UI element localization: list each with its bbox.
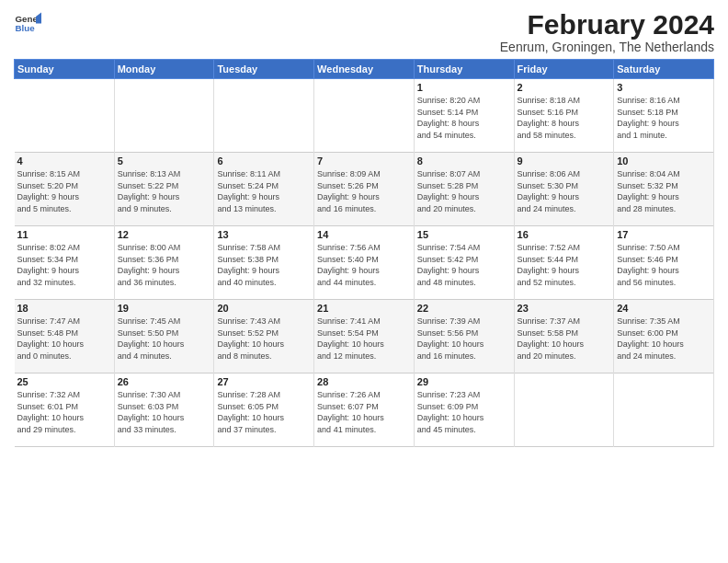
calendar-week-0: 1Sunrise: 8:20 AM Sunset: 5:14 PM Daylig…: [15, 79, 714, 153]
weekday-tuesday: Tuesday: [214, 60, 314, 79]
calendar-cell: [114, 79, 214, 153]
weekday-saturday: Saturday: [614, 60, 714, 79]
day-number: 4: [17, 155, 111, 167]
month-year: February 2024: [500, 9, 714, 40]
calendar-cell: 13Sunrise: 7:58 AM Sunset: 5:38 PM Dayli…: [214, 226, 314, 300]
day-number: 27: [217, 376, 311, 387]
location: Eenrum, Groningen, The Netherlands: [500, 40, 714, 54]
day-info: Sunrise: 7:23 AM Sunset: 6:09 PM Dayligh…: [417, 389, 511, 435]
day-number: 19: [118, 303, 211, 314]
day-number: 12: [118, 229, 211, 240]
day-info: Sunrise: 8:09 AM Sunset: 5:26 PM Dayligh…: [317, 168, 411, 214]
day-info: Sunrise: 8:06 AM Sunset: 5:30 PM Dayligh…: [518, 168, 611, 214]
day-number: 23: [518, 303, 611, 314]
day-number: 17: [617, 229, 711, 240]
calendar-cell: 27Sunrise: 7:28 AM Sunset: 6:05 PM Dayli…: [214, 373, 314, 447]
day-info: Sunrise: 7:39 AM Sunset: 5:56 PM Dayligh…: [417, 316, 511, 362]
weekday-wednesday: Wednesday: [314, 60, 415, 79]
calendar-cell: 20Sunrise: 7:43 AM Sunset: 5:52 PM Dayli…: [214, 300, 314, 373]
calendar-cell: 22Sunrise: 7:39 AM Sunset: 5:56 PM Dayli…: [414, 300, 514, 373]
calendar-table: Sunday Monday Tuesday Wednesday Thursday…: [14, 59, 714, 447]
calendar-cell: 2Sunrise: 8:18 AM Sunset: 5:16 PM Daylig…: [514, 79, 614, 153]
calendar-body: 1Sunrise: 8:20 AM Sunset: 5:14 PM Daylig…: [15, 79, 714, 447]
calendar-cell: [15, 79, 115, 153]
calendar-cell: 11Sunrise: 8:02 AM Sunset: 5:34 PM Dayli…: [15, 226, 115, 300]
day-info: Sunrise: 7:41 AM Sunset: 5:54 PM Dayligh…: [317, 316, 411, 362]
calendar-cell: 14Sunrise: 7:56 AM Sunset: 5:40 PM Dayli…: [314, 226, 415, 300]
calendar-cell: 12Sunrise: 8:00 AM Sunset: 5:36 PM Dayli…: [114, 226, 214, 300]
calendar-cell: 6Sunrise: 8:11 AM Sunset: 5:24 PM Daylig…: [214, 153, 314, 226]
header: General Blue February 2024 Eenrum, Groni…: [14, 9, 714, 54]
day-info: Sunrise: 8:16 AM Sunset: 5:18 PM Dayligh…: [617, 95, 711, 141]
weekday-friday: Friday: [514, 60, 614, 79]
calendar-cell: 25Sunrise: 7:32 AM Sunset: 6:01 PM Dayli…: [15, 373, 115, 447]
weekday-monday: Monday: [114, 60, 214, 79]
calendar-cell: 4Sunrise: 8:15 AM Sunset: 5:20 PM Daylig…: [15, 153, 115, 226]
day-info: Sunrise: 7:56 AM Sunset: 5:40 PM Dayligh…: [317, 242, 411, 288]
title-block: February 2024 Eenrum, Groningen, The Net…: [500, 9, 714, 54]
calendar-week-4: 25Sunrise: 7:32 AM Sunset: 6:01 PM Dayli…: [15, 373, 714, 447]
day-number: 28: [317, 376, 411, 387]
day-info: Sunrise: 8:02 AM Sunset: 5:34 PM Dayligh…: [17, 242, 111, 288]
day-info: Sunrise: 7:50 AM Sunset: 5:46 PM Dayligh…: [617, 242, 711, 288]
day-info: Sunrise: 8:11 AM Sunset: 5:24 PM Dayligh…: [217, 168, 311, 214]
calendar-cell: 3Sunrise: 8:16 AM Sunset: 5:18 PM Daylig…: [614, 79, 714, 153]
calendar-cell: 28Sunrise: 7:26 AM Sunset: 6:07 PM Dayli…: [314, 373, 415, 447]
day-number: 26: [118, 376, 211, 387]
calendar-cell: [614, 373, 714, 447]
day-info: Sunrise: 7:58 AM Sunset: 5:38 PM Dayligh…: [217, 242, 311, 288]
day-number: 16: [518, 229, 611, 240]
day-number: 3: [617, 82, 711, 93]
day-info: Sunrise: 7:37 AM Sunset: 5:58 PM Dayligh…: [518, 316, 611, 362]
day-info: Sunrise: 7:45 AM Sunset: 5:50 PM Dayligh…: [118, 316, 211, 362]
svg-text:Blue: Blue: [16, 23, 36, 33]
day-info: Sunrise: 7:35 AM Sunset: 6:00 PM Dayligh…: [617, 316, 711, 362]
day-number: 29: [417, 376, 511, 387]
day-number: 24: [617, 303, 711, 314]
day-info: Sunrise: 7:43 AM Sunset: 5:52 PM Dayligh…: [217, 316, 311, 362]
day-number: 9: [518, 155, 611, 167]
day-number: 25: [17, 376, 111, 387]
page-container: General Blue February 2024 Eenrum, Groni…: [0, 0, 728, 452]
day-number: 13: [217, 229, 311, 240]
calendar-cell: 9Sunrise: 8:06 AM Sunset: 5:30 PM Daylig…: [514, 153, 614, 226]
calendar-cell: 8Sunrise: 8:07 AM Sunset: 5:28 PM Daylig…: [414, 153, 514, 226]
day-number: 1: [417, 82, 511, 93]
logo-icon: General Blue: [14, 9, 41, 37]
day-number: 6: [217, 155, 311, 167]
day-info: Sunrise: 7:47 AM Sunset: 5:48 PM Dayligh…: [17, 316, 111, 362]
day-info: Sunrise: 8:00 AM Sunset: 5:36 PM Dayligh…: [118, 242, 211, 288]
day-info: Sunrise: 7:30 AM Sunset: 6:03 PM Dayligh…: [118, 389, 211, 435]
day-number: 18: [17, 303, 111, 314]
calendar-cell: 24Sunrise: 7:35 AM Sunset: 6:00 PM Dayli…: [614, 300, 714, 373]
day-number: 7: [317, 155, 411, 167]
calendar-cell: 5Sunrise: 8:13 AM Sunset: 5:22 PM Daylig…: [114, 153, 214, 226]
day-info: Sunrise: 7:54 AM Sunset: 5:42 PM Dayligh…: [417, 242, 511, 288]
day-number: 14: [317, 229, 411, 240]
calendar-week-3: 18Sunrise: 7:47 AM Sunset: 5:48 PM Dayli…: [15, 300, 714, 373]
calendar-cell: 17Sunrise: 7:50 AM Sunset: 5:46 PM Dayli…: [614, 226, 714, 300]
day-number: 20: [217, 303, 311, 314]
calendar-cell: 19Sunrise: 7:45 AM Sunset: 5:50 PM Dayli…: [114, 300, 214, 373]
day-number: 2: [518, 82, 611, 93]
day-number: 22: [417, 303, 511, 314]
day-number: 21: [317, 303, 411, 314]
day-info: Sunrise: 8:13 AM Sunset: 5:22 PM Dayligh…: [118, 168, 211, 214]
calendar-cell: 7Sunrise: 8:09 AM Sunset: 5:26 PM Daylig…: [314, 153, 415, 226]
day-info: Sunrise: 8:15 AM Sunset: 5:20 PM Dayligh…: [17, 168, 111, 214]
weekday-sunday: Sunday: [15, 60, 115, 79]
weekday-thursday: Thursday: [414, 60, 514, 79]
weekday-row: Sunday Monday Tuesday Wednesday Thursday…: [15, 60, 714, 79]
day-info: Sunrise: 7:28 AM Sunset: 6:05 PM Dayligh…: [217, 389, 311, 435]
day-number: 5: [118, 155, 211, 167]
calendar-cell: 15Sunrise: 7:54 AM Sunset: 5:42 PM Dayli…: [414, 226, 514, 300]
calendar-cell: 18Sunrise: 7:47 AM Sunset: 5:48 PM Dayli…: [15, 300, 115, 373]
calendar-cell: [214, 79, 314, 153]
day-info: Sunrise: 7:32 AM Sunset: 6:01 PM Dayligh…: [17, 389, 111, 435]
calendar-cell: 26Sunrise: 7:30 AM Sunset: 6:03 PM Dayli…: [114, 373, 214, 447]
calendar-cell: 10Sunrise: 8:04 AM Sunset: 5:32 PM Dayli…: [614, 153, 714, 226]
day-info: Sunrise: 8:20 AM Sunset: 5:14 PM Dayligh…: [417, 95, 511, 141]
day-info: Sunrise: 8:18 AM Sunset: 5:16 PM Dayligh…: [518, 95, 611, 141]
day-info: Sunrise: 7:26 AM Sunset: 6:07 PM Dayligh…: [317, 389, 411, 435]
day-number: 10: [617, 155, 711, 167]
